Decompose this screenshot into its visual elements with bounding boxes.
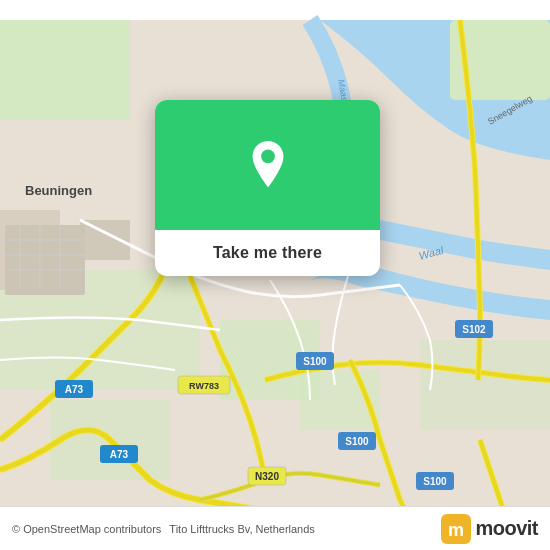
bottom-bar: © OpenStreetMap contributors Tito Lifttr… (0, 506, 550, 550)
svg-rect-1 (0, 20, 130, 120)
map-container: A73 A73 RW783 S100 S100 S100 S102 N320 B… (0, 0, 550, 550)
svg-text:A73: A73 (65, 384, 84, 395)
moovit-logo: m moovit (441, 514, 538, 544)
moovit-icon: m (441, 514, 471, 544)
popup-map-area (155, 100, 380, 230)
take-me-there-button[interactable]: Take me there (213, 244, 322, 262)
svg-text:m: m (448, 520, 464, 540)
copyright-text: © OpenStreetMap contributors (12, 523, 161, 535)
svg-text:N320: N320 (255, 471, 279, 482)
svg-text:RW783: RW783 (189, 381, 219, 391)
svg-text:S100: S100 (303, 356, 327, 367)
location-pin-icon (244, 141, 292, 189)
svg-text:Beuningen: Beuningen (25, 183, 92, 198)
location-text: Tito Lifttrucks Bv, Netherlands (169, 523, 315, 535)
svg-text:S100: S100 (345, 436, 369, 447)
svg-text:A73: A73 (110, 449, 129, 460)
svg-text:S100: S100 (423, 476, 447, 487)
svg-point-37 (261, 150, 275, 164)
popup-tail (263, 233, 283, 245)
svg-rect-7 (420, 340, 550, 430)
bottom-left-info: © OpenStreetMap contributors Tito Lifttr… (12, 523, 315, 535)
location-popup: Take me there (155, 100, 380, 276)
bottom-right-logo: m moovit (441, 514, 538, 544)
svg-rect-10 (5, 225, 85, 295)
svg-text:S102: S102 (462, 324, 486, 335)
moovit-text: moovit (475, 517, 538, 540)
